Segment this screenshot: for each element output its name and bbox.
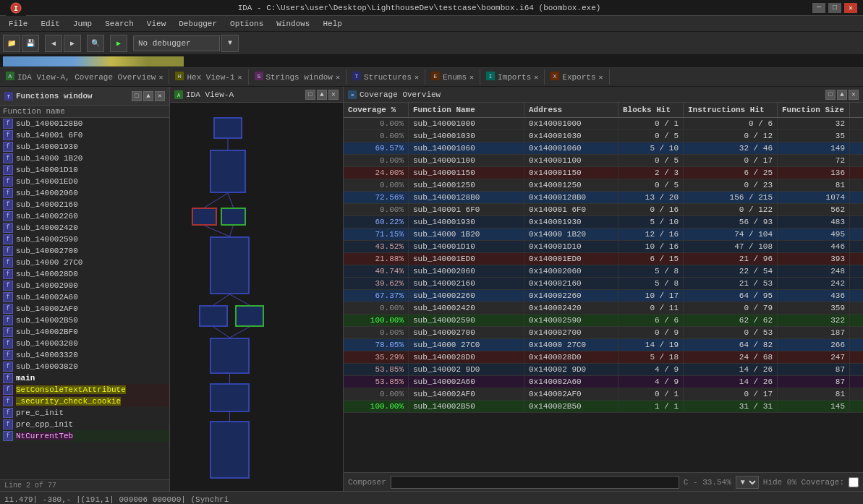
cov-th-1[interactable]: Function Name xyxy=(409,103,524,117)
cov-row-22[interactable]: 0.00%sub_140002AF00x140002AF00 / 10 / 17… xyxy=(344,388,863,401)
cov-row-5[interactable]: 0.00%sub_1400012500x1400012500 / 50 / 23… xyxy=(344,179,863,192)
func-item-17[interactable]: fsub_140002B50 xyxy=(0,315,169,326)
cov-row-19[interactable]: 35.29%sub_1400028D00x1400028D05 / 1824 /… xyxy=(344,351,863,364)
nav-forward[interactable]: ▶ xyxy=(64,35,81,52)
cov-row-16[interactable]: 100.00%sub_1400025900x1400025906 / 662 /… xyxy=(344,315,863,327)
menu-item-debugger[interactable]: Debugger xyxy=(173,18,223,30)
menu-item-options[interactable]: Options xyxy=(224,18,269,30)
minimize-button[interactable]: ─ xyxy=(812,3,825,13)
cov-row-23[interactable]: 100.00%sub_140002B500x140002B501 / 131 /… xyxy=(344,401,863,413)
cov-row-6[interactable]: 72.56%sub_14000128B00x14000128B013 / 201… xyxy=(344,192,863,204)
cov-th-4[interactable]: Instructions Hit xyxy=(684,103,778,117)
menu-item-jump[interactable]: Jump xyxy=(67,18,98,30)
func-item-21[interactable]: fsub_140003820 xyxy=(0,361,169,372)
tab-2[interactable]: SStrings window✕ xyxy=(249,69,347,85)
search-btn[interactable]: 🔍 xyxy=(87,35,104,52)
tab-0[interactable]: AIDA View-A, Coverage Overview✕ xyxy=(0,69,169,85)
tab-close-0[interactable]: ✕ xyxy=(158,73,163,82)
func-item-8[interactable]: fsub_140002260 xyxy=(0,210,169,222)
func-item-7[interactable]: fsub_140002160 xyxy=(0,199,169,210)
cov-row-15[interactable]: 0.00%sub_1400024200x1400024200 / 110 / 7… xyxy=(344,302,863,315)
cov-row-14[interactable]: 67.37%sub_1400022600x14000226010 / 1764 … xyxy=(344,290,863,302)
func-item-22[interactable]: fmain xyxy=(0,372,169,384)
func-item-15[interactable]: fsub_140002A60 xyxy=(0,291,169,303)
cov-th-3[interactable]: Blocks Hit xyxy=(618,103,684,117)
tab-3[interactable]: TStructures✕ xyxy=(347,69,425,85)
maximize-button[interactable]: □ xyxy=(828,3,841,13)
ida-max-btn[interactable]: ▲ xyxy=(317,90,327,100)
tab-close-6[interactable]: ✕ xyxy=(599,73,603,82)
func-item-12[interactable]: fsub_14000 27C0 xyxy=(0,257,169,268)
nav-back[interactable]: ◀ xyxy=(45,35,62,52)
ida-float-btn[interactable]: □ xyxy=(305,90,315,100)
cov-row-0[interactable]: 0.00%sub_1400010000x1400010000 / 10 / 63… xyxy=(344,118,863,130)
menu-item-windows[interactable]: Windows xyxy=(271,18,315,30)
panel-max-btn[interactable]: ▲ xyxy=(143,91,153,101)
func-item-20[interactable]: fsub_140003320 xyxy=(0,349,169,361)
tab-close-1[interactable]: ✕ xyxy=(237,73,242,82)
save-button[interactable]: 💾 xyxy=(22,35,39,52)
run-btn[interactable]: ▶ xyxy=(110,35,127,52)
tab-close-5[interactable]: ✕ xyxy=(534,73,538,82)
func-item-5[interactable]: fsub_140001ED0 xyxy=(0,176,169,187)
ida-graph-content[interactable] xyxy=(170,103,343,491)
func-item-25[interactable]: fpre_c_init xyxy=(0,407,169,419)
cov-row-1[interactable]: 0.00%sub_1400010300x1400010300 / 50 / 12… xyxy=(344,130,863,142)
cov-row-18[interactable]: 78.05%sub_14000 27C00x14000 27C014 / 196… xyxy=(344,339,863,351)
menu-item-search[interactable]: Search xyxy=(99,18,140,30)
func-item-16[interactable]: fsub_140002AF0 xyxy=(0,303,169,315)
ida-close-btn[interactable]: ✕ xyxy=(328,90,339,100)
hide-coverage-checkbox[interactable] xyxy=(849,477,859,487)
cov-row-7[interactable]: 0.00%sub_140001 6F00x140001 6F00 / 160 /… xyxy=(344,204,863,216)
panel-close-btn[interactable]: ✕ xyxy=(155,91,165,101)
func-item-11[interactable]: fsub_140002700 xyxy=(0,245,169,257)
tab-5[interactable]: IImports✕ xyxy=(480,69,545,85)
close-button[interactable]: ✕ xyxy=(844,3,857,13)
menu-item-file[interactable]: File xyxy=(3,18,33,30)
tab-4[interactable]: EEnums✕ xyxy=(425,69,480,85)
cov-row-10[interactable]: 43.52%sub_140001D100x140001D1010 / 1647 … xyxy=(344,241,863,253)
cov-row-3[interactable]: 0.00%sub_1400011000x1400011000 / 50 / 17… xyxy=(344,155,863,167)
coverage-dropdown[interactable]: ▼ xyxy=(736,476,759,489)
cov-close-btn[interactable]: ✕ xyxy=(849,90,859,100)
panel-float-btn[interactable]: □ xyxy=(132,91,142,101)
func-item-24[interactable]: f_security_check_cookie xyxy=(0,396,169,407)
tab-close-2[interactable]: ✕ xyxy=(336,73,340,82)
cov-row-20[interactable]: 53.85%sub_140002 9D00x140002 9D04 / 914 … xyxy=(344,364,863,376)
cov-row-8[interactable]: 60.22%sub_1400019300x1400019305 / 1056 /… xyxy=(344,216,863,228)
tab-1[interactable]: HHex View-1✕ xyxy=(169,69,248,85)
menu-item-help[interactable]: Help xyxy=(317,18,347,30)
cov-row-9[interactable]: 71.15%sub_14000 1B200x14000 1B2012 / 167… xyxy=(344,228,863,241)
tab-close-3[interactable]: ✕ xyxy=(415,73,419,82)
menu-item-view[interactable]: View xyxy=(141,18,171,30)
func-item-13[interactable]: fsub_1400028D0 xyxy=(0,268,169,280)
open-button[interactable]: 📁 xyxy=(3,35,20,52)
cov-row-12[interactable]: 40.74%sub_1400020600x1400020605 / 822 / … xyxy=(344,265,863,278)
func-item-2[interactable]: fsub_140001930 xyxy=(0,141,169,153)
func-item-23[interactable]: fSetConsoleTextAttribute xyxy=(0,384,169,396)
func-item-1[interactable]: fsub_140001 6F0 xyxy=(0,129,169,141)
composer-input[interactable] xyxy=(391,476,679,489)
cov-max-btn[interactable]: ▲ xyxy=(837,90,847,100)
tab-6[interactable]: XExports✕ xyxy=(545,69,609,85)
func-item-0[interactable]: fsub_14000128B0 xyxy=(0,118,169,129)
func-item-6[interactable]: fsub_140002060 xyxy=(0,187,169,199)
func-item-19[interactable]: fsub_140003280 xyxy=(0,338,169,349)
cov-row-21[interactable]: 53.85%sub_140002A600x140002A604 / 914 / … xyxy=(344,376,863,388)
debugger-dropdown[interactable]: No debugger xyxy=(133,35,220,51)
func-item-3[interactable]: fsub_14000 1B20 xyxy=(0,153,169,164)
func-item-10[interactable]: fsub_140002590 xyxy=(0,234,169,245)
func-item-27[interactable]: fNtCurrentTeb xyxy=(0,430,169,442)
dropdown-arrow[interactable]: ▼ xyxy=(221,35,239,52)
cov-float-btn[interactable]: □ xyxy=(825,90,836,100)
cov-row-17[interactable]: 0.00%sub_1400027000x1400027000 / 90 / 53… xyxy=(344,327,863,339)
func-item-26[interactable]: fpre_cpp_init xyxy=(0,419,169,430)
cov-row-11[interactable]: 21.88%sub_140001ED00x140001ED06 / 1521 /… xyxy=(344,253,863,265)
menu-item-edit[interactable]: Edit xyxy=(35,18,65,30)
cov-th-0[interactable]: Coverage % xyxy=(344,103,409,117)
func-item-4[interactable]: fsub_140001D10 xyxy=(0,164,169,176)
func-item-18[interactable]: fsub_140002BF0 xyxy=(0,326,169,338)
func-item-9[interactable]: fsub_140002420 xyxy=(0,222,169,234)
cov-row-4[interactable]: 24.00%sub_1400011500x1400011502 / 36 / 2… xyxy=(344,167,863,179)
func-item-14[interactable]: fsub_140002900 xyxy=(0,280,169,291)
